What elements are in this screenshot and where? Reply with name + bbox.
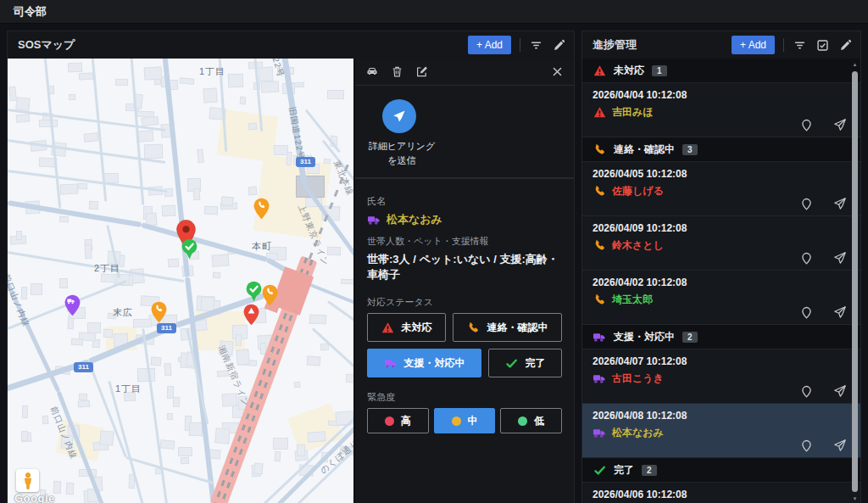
group-label: 完了 bbox=[614, 463, 634, 478]
item-actions bbox=[799, 118, 847, 131]
item-timestamp: 2026/04/06 10:12:08 bbox=[593, 489, 850, 500]
send-icon[interactable] bbox=[833, 251, 847, 265]
list-item[interactable]: 2026/04/02 10:12:08埼玉太郎 bbox=[582, 271, 860, 325]
map-marker-phone[interactable] bbox=[262, 284, 278, 310]
progress-panel-title: 進捗管理 bbox=[593, 37, 732, 53]
locate-pin-icon[interactable] bbox=[799, 197, 813, 210]
item-timestamp: 2026/04/09 10:12:08 bbox=[593, 222, 850, 234]
map-marker-phone[interactable] bbox=[253, 198, 270, 223]
status-button-check[interactable]: 完了 bbox=[488, 349, 562, 377]
list-item[interactable]: 2026/04/07 10:12:08古田こうき bbox=[582, 349, 860, 404]
scroll-down-icon[interactable]: ▼ bbox=[851, 496, 859, 501]
send-hearing-button[interactable] bbox=[382, 99, 416, 133]
warning-icon bbox=[593, 64, 606, 77]
filter-icon[interactable] bbox=[529, 38, 542, 52]
detail-toolbar bbox=[355, 59, 574, 86]
progress-list: 未対応12026/04/04 10:12:08吉田みほ連絡・確認中32026/0… bbox=[582, 59, 860, 503]
group-header[interactable]: 支援・対応中2 bbox=[582, 325, 860, 349]
map-marker-check[interactable] bbox=[246, 281, 262, 305]
map-label: 本町 bbox=[252, 240, 272, 253]
urgency-button-低[interactable]: 低 bbox=[500, 408, 562, 433]
item-actions bbox=[799, 251, 847, 265]
scrollbar-thumb[interactable] bbox=[852, 71, 858, 492]
list-item[interactable]: 2026/04/06 10:12:08田中なおき bbox=[582, 483, 860, 503]
checkbox-icon[interactable] bbox=[815, 38, 829, 52]
status-button-phone[interactable]: 連絡・確認中 bbox=[453, 313, 562, 342]
name-field-value-row: 松本なおみ bbox=[367, 212, 562, 227]
item-name: 佐藤しげる bbox=[612, 184, 664, 198]
filter-icon[interactable] bbox=[793, 38, 806, 52]
item-timestamp: 2026/04/04 10:12:08 bbox=[593, 89, 850, 101]
status-button-warning[interactable]: 未対応 bbox=[367, 313, 446, 342]
route-badge: 311 bbox=[74, 362, 93, 372]
warning-icon bbox=[381, 321, 395, 334]
progress-panel-header: 進捗管理 + Add bbox=[582, 31, 860, 59]
locate-pin-icon[interactable] bbox=[799, 439, 813, 452]
group-header[interactable]: 未対応1 bbox=[582, 59, 860, 83]
page-title: 司令部 bbox=[14, 4, 47, 20]
locate-pin-icon[interactable] bbox=[799, 305, 813, 319]
warning-icon bbox=[593, 106, 606, 120]
paper-plane-icon bbox=[392, 109, 406, 123]
name-field-label: 氏名 bbox=[367, 195, 562, 208]
map-add-button[interactable]: + Add bbox=[468, 36, 511, 54]
scrollbar[interactable]: ▲ ▼ bbox=[851, 60, 859, 503]
item-timestamp: 2026/04/02 10:12:08 bbox=[593, 277, 850, 288]
truck-icon bbox=[593, 330, 606, 344]
item-actions bbox=[799, 384, 847, 398]
map-canvas[interactable]: 1丁目22号旧国道122号本町2丁目末広1丁目前口山ノ内線前口山ノ内線湘南新宿ラ… bbox=[8, 59, 353, 503]
map-label: 1丁目 bbox=[115, 383, 142, 395]
item-actions bbox=[799, 305, 847, 319]
truck-icon bbox=[593, 427, 606, 440]
map-marker-check[interactable] bbox=[181, 238, 198, 263]
urgency-button-高[interactable]: 高 bbox=[367, 408, 429, 433]
status-button-group: 未対応連絡・確認中支援・対応中完了 bbox=[367, 313, 562, 377]
send-icon[interactable] bbox=[833, 384, 847, 398]
send-icon[interactable] bbox=[833, 439, 847, 452]
list-item[interactable]: 2026/04/09 10:12:08鈴木さとし bbox=[582, 216, 860, 271]
detail-fields: 氏名 松本なおみ 世帯人数・ペット・支援情報 世帯:3人 / ペット:いない /… bbox=[355, 179, 574, 442]
group-count-badge: 1 bbox=[652, 65, 667, 76]
group-count-badge: 3 bbox=[682, 144, 698, 155]
locate-pin-icon[interactable] bbox=[799, 384, 813, 398]
list-item[interactable]: 2026/04/05 10:12:08佐藤しげる bbox=[582, 162, 860, 216]
locate-pin-icon[interactable] bbox=[799, 251, 813, 265]
group-header[interactable]: 連絡・確認中3 bbox=[582, 137, 860, 162]
list-item[interactable]: 2026/04/04 10:12:08吉田みほ bbox=[582, 83, 860, 137]
urgency-button-label: 高 bbox=[401, 414, 411, 428]
map-marker-truck[interactable] bbox=[64, 294, 81, 320]
scroll-up-icon[interactable]: ▲ bbox=[851, 62, 859, 67]
send-icon[interactable] bbox=[833, 305, 847, 319]
group-header[interactable]: 完了2 bbox=[582, 458, 860, 483]
urgency-dot-icon bbox=[518, 416, 527, 426]
map-label: 東北本線 bbox=[331, 159, 353, 198]
item-name: 鈴木さとし bbox=[612, 238, 664, 253]
status-button-row: 未対応連絡・確認中 bbox=[367, 313, 562, 342]
progress-add-button[interactable]: + Add bbox=[732, 36, 775, 54]
item-name: 古田こうき bbox=[612, 372, 664, 386]
check-icon bbox=[505, 356, 519, 370]
status-button-truck[interactable]: 支援・対応中 bbox=[367, 349, 481, 377]
list-item[interactable]: 2026/04/08 10:12:08松本なおみ bbox=[582, 404, 860, 458]
edit-icon[interactable] bbox=[415, 65, 428, 79]
delete-icon[interactable] bbox=[390, 65, 403, 79]
household-field-label: 世帯人数・ペット・支援情報 bbox=[367, 235, 562, 248]
google-logo: Google bbox=[14, 492, 55, 503]
group-count-badge: 2 bbox=[682, 332, 698, 343]
send-hearing-section: 詳細ヒアリングを送信 bbox=[355, 86, 574, 179]
map-marker-warning[interactable] bbox=[243, 304, 259, 329]
pencil-icon[interactable] bbox=[838, 38, 852, 52]
street-view-pegman[interactable] bbox=[16, 469, 39, 492]
header-separator bbox=[783, 38, 784, 52]
close-icon[interactable] bbox=[550, 65, 564, 79]
vehicle-icon[interactable] bbox=[365, 65, 379, 79]
locate-pin-icon[interactable] bbox=[799, 118, 813, 131]
send-icon[interactable] bbox=[833, 118, 847, 131]
pegman-icon bbox=[22, 472, 34, 489]
item-actions bbox=[799, 439, 847, 452]
pencil-icon[interactable] bbox=[552, 38, 565, 52]
send-icon[interactable] bbox=[833, 197, 847, 210]
map-marker-phone[interactable] bbox=[151, 301, 167, 327]
item-name: 松本なおみ bbox=[612, 426, 664, 440]
urgency-button-中[interactable]: 中 bbox=[434, 408, 496, 433]
